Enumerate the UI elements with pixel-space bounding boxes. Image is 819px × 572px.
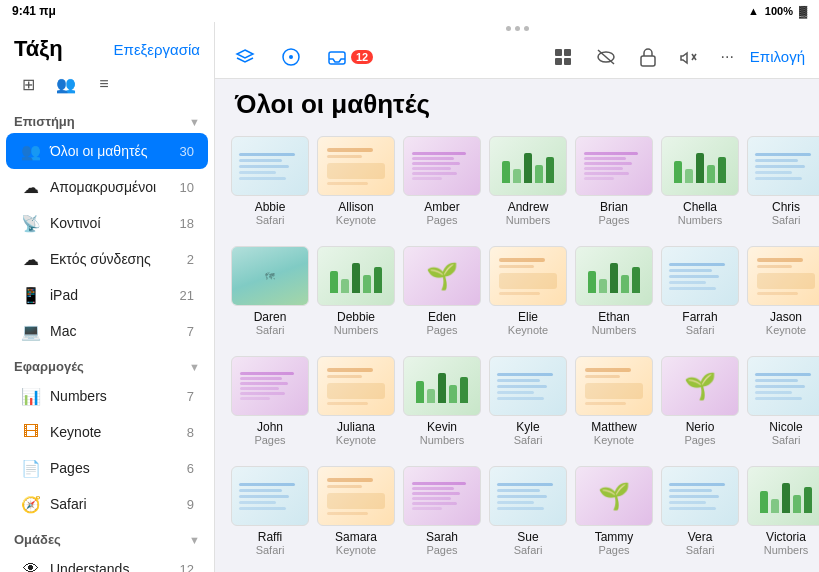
inbox-button[interactable]: 12 <box>321 43 379 71</box>
student-thumbnail <box>747 246 819 306</box>
student-card[interactable]: 🌱TammyPages <box>573 460 655 562</box>
student-thumbnail <box>747 136 819 196</box>
student-card[interactable]: AndrewNumbers <box>487 130 569 232</box>
sidebar-item-all-students[interactable]: 👥 Όλοι οι μαθητές 30 <box>6 133 208 169</box>
compass-icon <box>281 47 301 67</box>
student-card[interactable]: VictoriaNumbers <box>745 460 819 562</box>
select-button[interactable]: Επιλογή <box>750 48 805 65</box>
sidebar-item-offline[interactable]: ☁ Εκτός σύνδεσης 2 <box>6 241 208 277</box>
nearby-icon: 📡 <box>20 212 42 234</box>
page-title: Όλοι οι μαθητές <box>215 79 819 126</box>
sidebar-top-icons: ⊞ 👥 ≡ <box>0 66 214 104</box>
sidebar-item-ipad[interactable]: 📱 iPad 21 <box>6 277 208 313</box>
svg-rect-3 <box>555 49 562 56</box>
student-card[interactable]: 🌱NerioPages <box>659 350 741 452</box>
student-app: Keynote <box>766 324 806 336</box>
student-thumbnail <box>231 356 309 416</box>
student-card[interactable]: 🌱EdenPages <box>401 240 483 342</box>
student-app: Numbers <box>764 544 809 556</box>
sidebar-panel-icon[interactable]: ⊞ <box>14 70 42 98</box>
student-app: Keynote <box>336 434 376 446</box>
student-name: Andrew <box>508 200 549 214</box>
student-name: Kyle <box>516 420 539 434</box>
student-thumbnail <box>661 246 739 306</box>
sidebar-item-mac[interactable]: 💻 Mac 7 <box>6 313 208 349</box>
student-card[interactable]: DebbieNumbers <box>315 240 397 342</box>
safari-count: 9 <box>187 497 194 512</box>
student-card[interactable]: AllisonKeynote <box>315 130 397 232</box>
status-indicators: ▲ 100% ▓ <box>748 5 807 17</box>
layers-button[interactable] <box>229 43 261 71</box>
layers-icon <box>235 47 255 67</box>
lock-button[interactable] <box>633 43 663 71</box>
grid-view-button[interactable] <box>547 43 579 71</box>
student-card[interactable]: MatthewKeynote <box>573 350 655 452</box>
hide-screen-icon <box>595 47 617 67</box>
sidebar-item-pages[interactable]: 📄 Pages 6 <box>6 450 208 486</box>
main-toolbar: 12 <box>215 35 819 79</box>
student-app: Numbers <box>592 324 637 336</box>
sidebar-item-nearby[interactable]: 📡 Κοντινοί 18 <box>6 205 208 241</box>
svg-point-1 <box>289 55 293 59</box>
student-card[interactable]: ChellaNumbers <box>659 130 741 232</box>
remote-icon: ☁ <box>20 176 42 198</box>
sidebar-item-remote[interactable]: ☁ Απομακρυσμένοι 10 <box>6 169 208 205</box>
student-card[interactable]: SarahPages <box>401 460 483 562</box>
student-thumbnail <box>317 246 395 306</box>
sidebar-item-keynote[interactable]: 🎞 Keynote 8 <box>6 414 208 450</box>
student-card[interactable]: ChrisSafari <box>745 130 819 232</box>
compass-button[interactable] <box>275 43 307 71</box>
student-app: Numbers <box>678 214 723 226</box>
student-app: Safari <box>256 214 285 226</box>
sidebar-item-label: Mac <box>50 323 179 339</box>
student-app: Keynote <box>594 434 634 446</box>
student-name: Vera <box>688 530 713 544</box>
safari-icon: 🧭 <box>20 493 42 515</box>
sidebar-menu-icon[interactable]: ≡ <box>90 70 118 98</box>
pages-count: 6 <box>187 461 194 476</box>
sidebar-item-label: iPad <box>50 287 172 303</box>
battery-icon: ▓ <box>799 5 807 17</box>
student-thumbnail <box>317 356 395 416</box>
student-card[interactable]: AmberPages <box>401 130 483 232</box>
sidebar-edit-button[interactable]: Επεξεργασία <box>114 41 200 58</box>
student-card[interactable]: JohnPages <box>229 350 311 452</box>
student-card[interactable]: BrianPages <box>573 130 655 232</box>
more-button[interactable]: ··· <box>715 44 740 70</box>
student-name: Chris <box>772 200 800 214</box>
student-card[interactable]: KevinNumbers <box>401 350 483 452</box>
student-card[interactable]: EthanNumbers <box>573 240 655 342</box>
sidebar-people-icon[interactable]: 👥 <box>52 70 80 98</box>
student-thumbnail <box>231 136 309 196</box>
mute-button[interactable] <box>673 43 705 71</box>
all-students-icon: 👥 <box>20 140 42 162</box>
student-card[interactable]: KyleSafari <box>487 350 569 452</box>
student-card[interactable]: AbbieSafari <box>229 130 311 232</box>
student-app: Safari <box>256 324 285 336</box>
student-thumbnail <box>661 136 739 196</box>
student-thumbnail <box>489 356 567 416</box>
student-card[interactable]: RaffiSafari <box>229 460 311 562</box>
student-card[interactable]: ElieKeynote <box>487 240 569 342</box>
student-app: Safari <box>772 214 801 226</box>
sidebar-item-numbers[interactable]: 📊 Numbers 7 <box>6 378 208 414</box>
student-card[interactable]: 🗺DarenSafari <box>229 240 311 342</box>
student-thumbnail <box>489 466 567 526</box>
sidebar-item-label: Numbers <box>50 388 179 404</box>
hide-screen-button[interactable] <box>589 43 623 71</box>
student-card[interactable]: SueSafari <box>487 460 569 562</box>
student-card[interactable]: JulianaKeynote <box>315 350 397 452</box>
understands-icon: 👁 <box>20 558 42 572</box>
student-app: Safari <box>772 434 801 446</box>
student-card[interactable]: NicoleSafari <box>745 350 819 452</box>
student-card[interactable]: VeraSafari <box>659 460 741 562</box>
sidebar-title: Τάξη <box>14 36 63 62</box>
student-card[interactable]: JasonKeynote <box>745 240 819 342</box>
svg-rect-4 <box>564 49 571 56</box>
sidebar-item-safari[interactable]: 🧭 Safari 9 <box>6 486 208 522</box>
student-card[interactable]: SamaraKeynote <box>315 460 397 562</box>
student-card[interactable]: FarrahSafari <box>659 240 741 342</box>
student-thumbnail <box>575 246 653 306</box>
svg-rect-9 <box>641 56 655 66</box>
sidebar-item-understands[interactable]: 👁 Understands 12 <box>6 551 208 572</box>
